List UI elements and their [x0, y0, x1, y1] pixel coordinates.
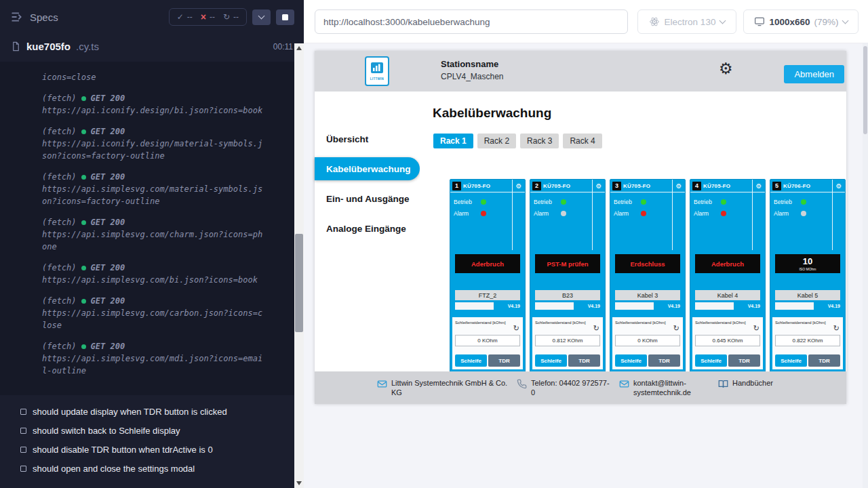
- log-url: https://api.simplesvg.com/bi.json?icons=…: [42, 274, 267, 286]
- measurement-label: Schleifenwiderstand [kOhm]: [615, 320, 680, 325]
- sidebar-item-kabelüberwachung[interactable]: Kabelüberwachung: [315, 157, 420, 180]
- book-icon: [718, 379, 728, 389]
- mail-icon: [619, 379, 629, 389]
- app-footer: Littwin Systemtechnik GmbH & Co. KG Tele…: [315, 371, 846, 404]
- refresh-icon[interactable]: ↻: [513, 325, 519, 332]
- log-continuation: icons=close: [42, 71, 267, 83]
- schleife-button[interactable]: Schleife: [455, 354, 487, 367]
- network-log-entry[interactable]: (fetch) GET 200 https://api.iconify.desi…: [42, 92, 297, 117]
- betrieb-label: Betrieb: [614, 199, 637, 205]
- refresh-icon[interactable]: ↻: [753, 325, 760, 332]
- tab-rack-1[interactable]: Rack 1: [433, 134, 473, 148]
- status-display: Aderbruch: [695, 254, 760, 273]
- cable-label-field[interactable]: FTZ_2: [455, 290, 520, 300]
- scrollbar-thumb[interactable]: [863, 46, 867, 134]
- measurement-value: 0.645 KOhm: [695, 335, 760, 346]
- stat-pending: ↻--: [223, 12, 239, 22]
- measurement-label: Schleifenwiderstand [kOhm]: [535, 320, 600, 325]
- specs-label[interactable]: Specs: [30, 12, 58, 23]
- device-settings-icon[interactable]: ⚙: [672, 180, 685, 192]
- tdr-button[interactable]: TDR: [648, 354, 680, 367]
- network-log-entry[interactable]: (fetch) GET 200 https://api.simplesvg.co…: [42, 340, 297, 377]
- test-item[interactable]: should disable TDR button when tdrActive…: [20, 440, 293, 459]
- footer-text: kontakt@littwin-systemtechnik.de: [633, 378, 711, 398]
- network-log-entry[interactable]: (fetch) GET 200 https://api.iconify.desi…: [42, 125, 297, 162]
- network-log-entry[interactable]: (fetch) GET 200 https://api.simplesvg.co…: [42, 262, 297, 286]
- scroll-up-icon[interactable]: [296, 46, 302, 50]
- stat-passed: ✓--: [177, 12, 193, 22]
- network-log-entry[interactable]: (fetch) GET 200 https://api.simplesvg.co…: [42, 216, 297, 253]
- reporter-scrollbar[interactable]: [294, 43, 304, 488]
- page-scrollbar[interactable]: [863, 43, 868, 488]
- sidebar-item-ein-und-ausgänge[interactable]: Ein- und Ausgänge: [315, 187, 420, 210]
- cable-label-field[interactable]: B23: [535, 290, 600, 300]
- logo-icon: [371, 62, 383, 76]
- tab-rack-2[interactable]: Rack 2: [477, 134, 516, 148]
- schleife-button[interactable]: Schleife: [695, 354, 727, 367]
- refresh-icon[interactable]: ↻: [593, 325, 599, 332]
- tdr-button[interactable]: TDR: [568, 354, 600, 367]
- betrieb-label: Betrieb: [534, 199, 557, 205]
- footer-text: Telefon: 04402 972577-0: [531, 378, 612, 398]
- tdr-button[interactable]: TDR: [488, 354, 520, 367]
- url-input[interactable]: [315, 9, 628, 34]
- log-status: GET 200: [91, 171, 125, 183]
- refresh-icon[interactable]: ↻: [833, 325, 840, 332]
- betrieb-led: [481, 199, 486, 205]
- status-unit: ISO MOhm: [799, 267, 816, 271]
- cable-label-field[interactable]: Kabel 4: [695, 290, 760, 300]
- logout-button[interactable]: Abmelden: [784, 65, 844, 83]
- viewport-select[interactable]: 1000x660 (79%): [743, 9, 859, 34]
- network-log-entry[interactable]: (fetch) GET 200 https://api.simplesvg.co…: [42, 171, 297, 207]
- collapse-tests-button[interactable]: [252, 9, 271, 25]
- schleife-button[interactable]: Schleife: [775, 354, 807, 367]
- stop-button[interactable]: [276, 9, 294, 25]
- log-url: https://api.simplesvg.com/carbon.json?ic…: [42, 307, 267, 331]
- log-status: GET 200: [91, 295, 125, 307]
- cable-label-field[interactable]: Kabel 5: [775, 290, 840, 300]
- tab-rack-3[interactable]: Rack 3: [520, 134, 559, 148]
- tdr-button[interactable]: TDR: [728, 354, 760, 367]
- alarm-led: [561, 211, 566, 216]
- status-display: Aderbruch: [455, 254, 520, 273]
- device-settings-icon[interactable]: ⚙: [832, 180, 845, 192]
- betrieb-label: Betrieb: [454, 199, 477, 205]
- betrieb-led: [561, 199, 566, 205]
- network-log-entry[interactable]: (fetch) GET 200 https://api.simplesvg.co…: [42, 295, 297, 331]
- scroll-down-icon[interactable]: [296, 481, 302, 485]
- test-item[interactable]: should switch back to Schleife display: [20, 421, 293, 440]
- device-model: KÜ705-FO: [703, 183, 730, 189]
- spec-extension: .cy.ts: [76, 41, 99, 52]
- schleife-button[interactable]: Schleife: [615, 354, 647, 367]
- app-viewport: LITTWIN Stationsname CPLV4_Maschen ⚙ Abm…: [315, 51, 846, 404]
- device-settings-icon[interactable]: ⚙: [752, 180, 765, 192]
- spec-timer: 00:11: [273, 42, 293, 52]
- scrollbar-thumb[interactable]: [295, 234, 303, 332]
- settings-gear-icon[interactable]: ⚙: [719, 61, 733, 77]
- collapse-sidebar-icon[interactable]: [11, 11, 23, 23]
- browser-select[interactable]: Electron 130: [637, 9, 736, 34]
- tab-rack-4[interactable]: Rack 4: [563, 134, 601, 148]
- sidebar-item-analoge-eingänge[interactable]: Analoge Eingänge: [315, 217, 420, 240]
- refresh-icon[interactable]: ↻: [673, 325, 679, 332]
- page-title: Kabelüberwachung: [433, 106, 551, 121]
- cable-label-field[interactable]: Kabel 3: [615, 290, 680, 300]
- schleife-button[interactable]: Schleife: [535, 354, 567, 367]
- device-settings-icon[interactable]: ⚙: [512, 180, 525, 192]
- alarm-label: Alarm: [614, 210, 637, 217]
- sidebar-item-übersicht[interactable]: Übersicht: [315, 127, 420, 150]
- status-text: Erdschluss: [630, 260, 665, 268]
- spec-header[interactable]: kue705fo .cy.ts 00:11: [0, 34, 304, 59]
- tdr-button[interactable]: TDR: [808, 354, 840, 367]
- test-item[interactable]: should open and close the settings modal: [20, 459, 293, 478]
- chevron-down-icon: [842, 18, 848, 24]
- footer-item: Littwin Systemtechnik GmbH & Co. KG: [377, 378, 510, 398]
- status-text: Aderbruch: [711, 260, 744, 268]
- station-label: Stationsname: [441, 59, 504, 69]
- log-status: GET 200: [91, 340, 125, 352]
- device-settings-icon[interactable]: ⚙: [592, 180, 605, 192]
- betrieb-led: [801, 199, 806, 205]
- restart-icon: ↻: [223, 12, 230, 22]
- test-item[interactable]: should update display when TDR button is…: [20, 402, 293, 421]
- test-stats: ✓-- ×-- ↻--: [169, 8, 247, 26]
